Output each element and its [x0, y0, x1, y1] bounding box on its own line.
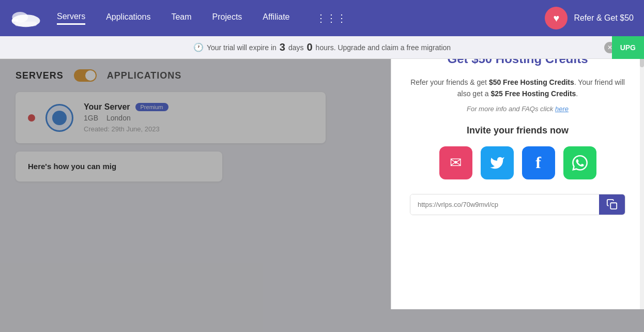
referral-link-row: [410, 194, 625, 215]
share-email-button[interactable]: ✉: [439, 146, 472, 179]
share-buttons: ✉ f: [410, 146, 625, 179]
trial-bar: 🕐 Your trial will expire in 3 days 0 hou…: [0, 36, 644, 59]
clock-icon: 🕐: [193, 42, 204, 52]
nav-affiliate[interactable]: Affiliate: [263, 12, 289, 24]
modal-title: Get $50 Hosting Credits: [410, 59, 625, 66]
svg-rect-4: [610, 203, 617, 209]
copy-link-button[interactable]: [599, 194, 625, 215]
share-facebook-button[interactable]: f: [522, 146, 555, 179]
heart-icon: ♥: [545, 7, 568, 29]
faq-link[interactable]: here: [555, 105, 569, 113]
navbar-right: ♥ Refer & Get $50: [545, 7, 634, 29]
navbar: Servers Applications Team Projects Affil…: [0, 0, 644, 36]
svg-rect-2: [12, 19, 18, 22]
nav-applications[interactable]: Applications: [106, 12, 150, 24]
scrollbar-thumb[interactable]: [640, 59, 644, 67]
upgrade-button[interactable]: UPG: [612, 36, 644, 59]
referral-modal: Get $50 Hosting Credits Refer your frien…: [391, 59, 644, 309]
main-content: SERVERS APPLICATIONS Your Server Premium…: [0, 59, 644, 332]
trial-days-label: days: [288, 43, 304, 52]
nav-team[interactable]: Team: [171, 12, 191, 24]
scrollbar-track: [640, 59, 644, 309]
modal-faq: For more info and FAQs click here: [410, 105, 625, 113]
nav-links: Servers Applications Team Projects Affil…: [57, 12, 545, 25]
trial-text-before: Your trial will expire in: [207, 43, 277, 52]
refer-button[interactable]: Refer & Get $50: [574, 13, 634, 23]
trial-hours-label: hours. Upgrade and claim a free migratio…: [316, 43, 451, 52]
share-whatsapp-button[interactable]: [563, 146, 596, 179]
invite-title: Invite your friends now: [410, 125, 625, 136]
nav-projects[interactable]: Projects: [212, 12, 242, 24]
logo[interactable]: [10, 8, 41, 28]
modal-description: Refer your friends & get $50 Free Hostin…: [410, 77, 625, 100]
svg-rect-3: [15, 22, 37, 26]
share-twitter-button[interactable]: [481, 146, 514, 179]
nav-servers[interactable]: Servers: [57, 12, 85, 25]
trial-hours: 0: [306, 41, 312, 53]
referral-link-input[interactable]: [410, 194, 599, 215]
grid-icon[interactable]: ⋮⋮⋮: [316, 12, 347, 24]
trial-days: 3: [280, 41, 285, 53]
